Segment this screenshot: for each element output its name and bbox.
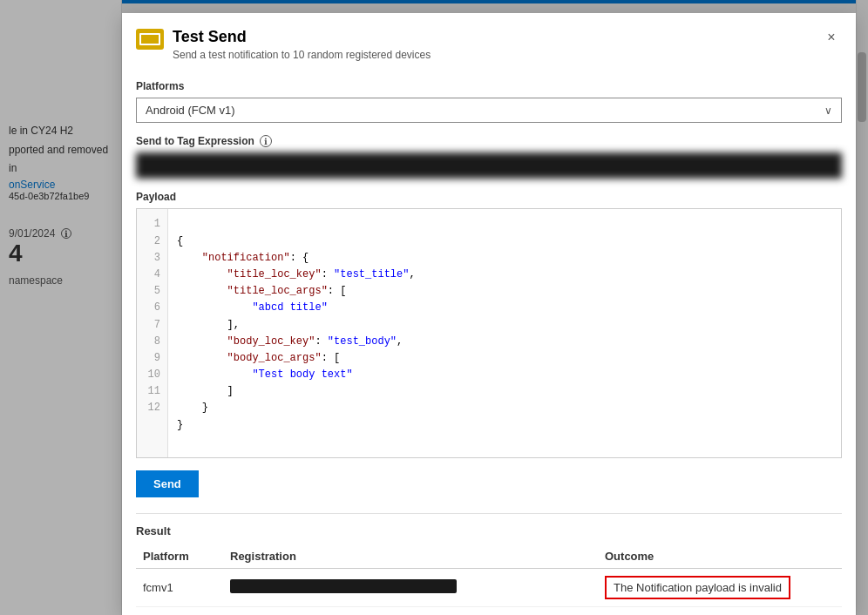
platforms-label: Platforms [136,80,842,92]
line-num-8: 8 [144,334,160,350]
cell-outcome: The Notification payload is invalid [598,569,842,607]
platforms-dropdown[interactable]: Android (FCM v1) ∨ [136,98,842,123]
platforms-selected: Android (FCM v1) [146,104,235,117]
line-num-2: 2 [144,233,160,250]
line-num-1: 1 [144,216,160,233]
outcome-badge: The Notification payload is invalid [605,576,790,599]
dialog-header: Test Send Send a test notification to 10… [122,13,856,70]
dialog-title: Test Send [173,27,821,47]
tag-expression-input[interactable] [136,152,842,179]
line-num-5: 5 [144,283,160,300]
col-registration: Registration [223,544,598,569]
chevron-down-icon: ∨ [824,105,832,117]
line-num-12: 12 [144,400,160,416]
line-num-4: 4 [144,267,160,283]
dialog-body: Platforms Android (FCM v1) ∨ Send to Tag… [122,70,856,615]
send-to-tag-label: Send to Tag Expression [136,135,254,147]
result-table: Platform Registration Outcome fcmv1 The … [136,544,842,607]
cell-registration [223,569,598,607]
send-button[interactable]: Send [136,470,199,497]
test-send-dialog: Test Send Send a test notification to 10… [122,13,856,615]
result-label: Result [136,513,842,537]
redacted-registration [230,579,457,593]
notification-icon [136,29,164,50]
line-num-3: 3 [144,250,160,267]
payload-label: Payload [136,191,842,203]
dialog-title-block: Test Send Send a test notification to 10… [173,27,821,61]
table-row: fcmv1 The Notification payload is invali… [136,569,842,607]
info-icon: ℹ [260,135,272,147]
payload-editor[interactable]: 1 2 3 4 5 6 7 8 9 10 11 12 { "notificati… [136,208,842,458]
col-platform: Platform [136,544,223,569]
line-num-10: 10 [144,367,160,383]
line-num-7: 7 [144,317,160,334]
dialog-subtitle: Send a test notification to 10 random re… [173,49,821,61]
line-num-11: 11 [144,383,160,400]
line-numbers: 1 2 3 4 5 6 7 8 9 10 11 12 [137,209,168,457]
cell-platform: fcmv1 [136,569,223,607]
code-content[interactable]: { "notification": { "title_loc_key": "te… [168,209,841,457]
col-outcome: Outcome [598,544,842,569]
line-num-6: 6 [144,300,160,316]
close-button[interactable]: × [821,27,842,48]
line-num-9: 9 [144,350,160,367]
